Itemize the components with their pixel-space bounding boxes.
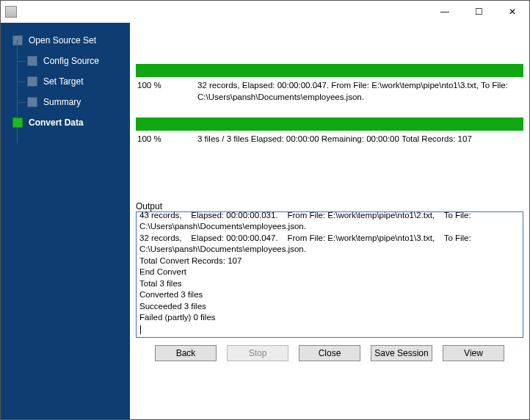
close-button[interactable]: Close	[299, 345, 360, 361]
file-progress-section: 100 % 32 records, Elapsed: 00:00:00.047.…	[136, 64, 523, 117]
view-button[interactable]: View	[443, 345, 504, 361]
total-progress-detail: 3 files / 3 files Elapsed: 00:00:00 Rema…	[197, 134, 523, 145]
step-box-icon	[27, 76, 37, 87]
back-button[interactable]: Back	[155, 345, 217, 361]
window-controls: — ☐ ✕	[428, 1, 529, 23]
save-session-button[interactable]: Save Session	[371, 345, 432, 361]
sidebar-item-label: Summary	[43, 97, 81, 107]
sidebar-item-summary[interactable]: Summary	[1, 92, 130, 112]
step-box-icon	[27, 56, 37, 66]
button-row: Back Stop Close Save Session View	[136, 345, 523, 361]
sidebar-item-convert-data[interactable]: Convert Data	[1, 112, 130, 133]
minimize-button[interactable]: —	[428, 1, 462, 23]
sidebar-item-open-source-set[interactable]: Open Source Set	[1, 30, 130, 51]
sidebar-item-set-target[interactable]: Set Target	[1, 71, 130, 92]
total-progress-bar	[136, 117, 523, 131]
main-panel: 100 % 32 records, Elapsed: 00:00:00.047.…	[130, 23, 529, 419]
app-icon	[5, 6, 17, 18]
file-progress-bar	[136, 64, 523, 77]
file-progress-detail: 32 records, Elapsed: 00:00:00.047. From …	[197, 80, 523, 103]
close-window-button[interactable]: ✕	[495, 1, 529, 23]
output-label: Output	[136, 201, 523, 211]
total-progress-percent: 100 %	[136, 134, 197, 145]
output-textarea[interactable]: 43 records, Elapsed: 00:00:00.031. From …	[136, 211, 523, 338]
titlebar: — ☐ ✕	[1, 1, 529, 23]
sidebar-item-label: Config Source	[43, 56, 99, 66]
step-box-icon	[12, 117, 23, 128]
sidebar-item-label: Open Source Set	[29, 35, 96, 46]
total-progress-section: 100 % 3 files / 3 files Elapsed: 00:00:0…	[136, 117, 523, 160]
sidebar: Open Source Set Config Source Set Target…	[1, 23, 130, 419]
sidebar-item-config-source[interactable]: Config Source	[1, 51, 130, 71]
sidebar-item-label: Set Target	[43, 76, 83, 87]
file-progress-percent: 100 %	[136, 80, 197, 103]
maximize-button[interactable]: ☐	[462, 1, 495, 23]
stop-button[interactable]: Stop	[227, 345, 288, 361]
step-box-icon	[27, 97, 37, 107]
step-box-icon	[12, 35, 23, 46]
sidebar-item-label: Convert Data	[29, 117, 84, 128]
